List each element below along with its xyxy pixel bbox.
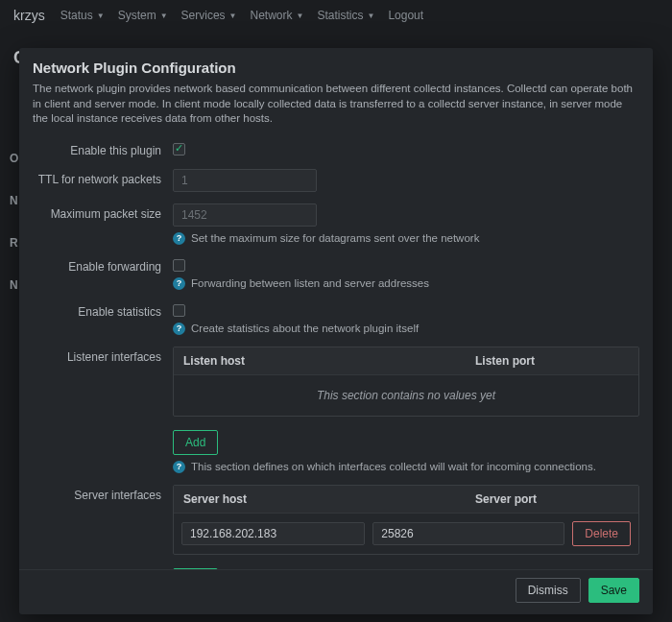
chevron-down-icon: ▼ [97, 12, 105, 20]
label-listener-interfaces: Listener interfaces [33, 347, 173, 364]
label-enable-plugin: Enable this plugin [33, 140, 173, 157]
label-statistics: Enable statistics [33, 301, 173, 319]
help-icon[interactable]: ? [173, 232, 185, 245]
topbar: krzys Status▼ System▼ Services▼ Network▼… [0, 0, 672, 31]
dismiss-button[interactable]: Dismiss [516, 578, 581, 603]
modal-footer: Dismiss Save [19, 569, 653, 614]
modal-description: The network plugin provides network base… [33, 82, 639, 127]
server-host-input[interactable] [181, 522, 365, 545]
checkbox-forwarding[interactable] [173, 259, 185, 272]
nav-network[interactable]: Network▼ [251, 9, 304, 22]
checkbox-enable-plugin[interactable] [173, 143, 185, 156]
label-forwarding: Enable forwarding [33, 256, 173, 274]
help-forwarding: Forwarding between listen and server add… [191, 277, 429, 289]
input-max-packet[interactable] [173, 203, 317, 227]
modal-network-plugin: Network Plugin Configuration The network… [19, 48, 653, 614]
nav-status[interactable]: Status▼ [60, 9, 105, 22]
save-button[interactable]: Save [588, 578, 639, 603]
nav-items: Status▼ System▼ Services▼ Network▼ Stati… [60, 9, 423, 22]
listener-col-port: Listen port [475, 354, 629, 368]
label-ttl: TTL for network packets [33, 169, 173, 186]
server-row: Delete [174, 514, 638, 554]
help-max-packet: Set the maximum size for datagrams sent … [191, 232, 479, 244]
help-listener: This section defines on which interfaces… [191, 461, 596, 472]
chevron-down-icon: ▼ [367, 12, 374, 20]
page-side-labels: O N R N [10, 152, 18, 292]
help-statistics: Create statistics about the network plug… [191, 323, 419, 334]
checkbox-statistics[interactable] [173, 304, 185, 317]
nav-statistics[interactable]: Statistics▼ [317, 9, 374, 22]
chevron-down-icon: ▼ [229, 12, 237, 20]
nav-logout[interactable]: Logout [388, 9, 423, 22]
chevron-down-icon: ▼ [160, 12, 168, 20]
help-icon[interactable]: ? [173, 277, 185, 290]
server-port-input[interactable] [372, 522, 564, 545]
help-icon[interactable]: ? [173, 323, 185, 335]
nav-system[interactable]: System▼ [118, 9, 168, 22]
server-table: Server host Server port Delete [173, 485, 639, 555]
listener-add-button[interactable]: Add [173, 430, 218, 455]
server-col-host: Server host [183, 492, 475, 506]
help-icon[interactable]: ? [173, 461, 185, 473]
label-max-packet: Maximum packet size [33, 203, 173, 221]
chevron-down-icon: ▼ [297, 12, 304, 20]
listener-empty: This section contains no values yet [174, 375, 638, 416]
brand[interactable]: krzys [13, 8, 45, 23]
listener-col-host: Listen host [183, 354, 475, 368]
modal-title: Network Plugin Configuration [33, 60, 639, 76]
server-delete-button[interactable]: Delete [572, 521, 631, 546]
nav-services[interactable]: Services▼ [181, 9, 237, 22]
server-col-port: Server port [475, 492, 629, 506]
listener-table: Listen host Listen port This section con… [173, 347, 639, 417]
label-server-interfaces: Server interfaces [33, 485, 173, 502]
input-ttl[interactable] [173, 169, 317, 192]
